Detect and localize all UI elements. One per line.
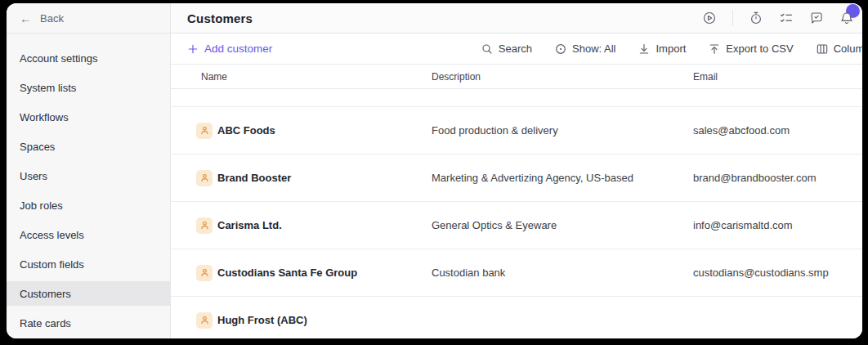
sidebar-item-custom-fields[interactable]: Custom fields [7,252,170,276]
arrow-left-icon: ← [20,12,32,25]
name-cell: ABC Foods [196,123,432,139]
table-row[interactable]: Custodians Santa Fe Group Custodian bank… [171,249,862,297]
customers-table: Name Description Email ABC Foods Food pr [171,65,862,338]
page-title: Customers [187,11,253,25]
show-filter-button[interactable]: Show: All [554,43,615,56]
add-customer-button[interactable]: Add customer [187,43,272,55]
play-circle-icon[interactable] [702,11,717,25]
settings-sidebar: ← Back Account settings System lists Wor… [7,3,171,338]
customer-avatar-icon [196,217,213,234]
sidebar-item-job-roles[interactable]: Job roles [7,193,170,217]
header-icons [702,10,851,26]
toolbar-actions: Search Show: All Import [481,43,862,56]
customer-name: Brand Booster [217,172,291,184]
message-check-icon[interactable] [809,11,824,25]
table-row[interactable]: ABC Foods Food production & delivery sal… [171,107,862,155]
column-header-description: Description [432,71,693,83]
back-label: Back [40,12,64,25]
customer-name: Custodians Santa Fe Group [217,267,357,279]
sidebar-item-access-levels[interactable]: Access levels [7,222,170,247]
settings-nav: Account settings System lists Workflows … [7,34,170,338]
customer-email: custodians@custodians.smp [693,267,862,279]
main-panel: Customers [171,3,862,338]
customer-email: brand@brandbooster.com [693,172,862,184]
table-row[interactable]: Brand Booster Marketing & Advertizing Ag… [171,155,862,202]
bell-icon[interactable] [839,11,854,25]
customer-description: Custodian bank [432,267,693,279]
customer-avatar-icon [196,123,213,139]
table-row[interactable]: Carisma Ltd. General Optics & Eyeware in… [171,202,862,249]
name-cell: Brand Booster [196,170,432,186]
sidebar-item-spaces[interactable]: Spaces [7,134,170,159]
sidebar-item-rate-cards[interactable]: Rate cards [7,311,170,335]
sidebar-item-workflows[interactable]: Workflows [7,105,170,129]
name-cell: Custodians Santa Fe Group [196,265,432,281]
export-csv-button[interactable]: Export to CSV [708,43,793,56]
column-header-name: Name [201,71,432,83]
search-icon [481,43,494,56]
columns-icon [816,43,829,56]
table-row-partial [171,89,862,107]
sidebar-item-customers[interactable]: Customers [7,281,170,306]
table-toolbar: Add customer Search Show: All [171,34,862,65]
customer-description: General Optics & Eyeware [432,219,693,231]
add-customer-label: Add customer [204,43,272,55]
customer-description: Marketing & Advertizing Agency, US-based [432,172,693,184]
sidebar-item-users[interactable]: Users [7,164,170,188]
app-window: ← Back Account settings System lists Wor… [7,3,862,338]
sidebar-item-system-lists[interactable]: System lists [7,75,170,100]
columns-button[interactable]: Columns [816,43,862,56]
customer-email: sales@abcfood.com [693,124,862,137]
customer-description: Food production & delivery [432,124,693,137]
sidebar-item-account-settings[interactable]: Account settings [7,46,170,70]
customer-email: info@carismaltd.com [693,219,862,231]
customer-name: ABC Foods [217,124,275,137]
import-button[interactable]: Import [638,43,686,56]
customer-name: Carisma Ltd. [217,219,282,231]
visibility-icon [554,43,567,56]
search-button[interactable]: Search [481,43,532,56]
customer-avatar-icon [196,265,213,281]
checklist-icon[interactable] [779,11,794,25]
header-divider [732,10,733,26]
plus-icon [187,43,199,55]
customer-avatar-icon [196,312,213,329]
import-icon [638,43,651,56]
name-cell: Carisma Ltd. [196,217,432,234]
back-button[interactable]: ← Back [7,3,170,34]
page-header: Customers [171,3,862,34]
customer-avatar-icon [196,170,213,186]
timer-icon[interactable] [749,11,763,25]
column-header-email: Email [693,71,862,83]
table-header-row: Name Description Email [171,65,862,89]
name-cell: Hugh Frost (ABC) [196,312,432,329]
table-row[interactable]: Hugh Frost (ABC) [171,297,862,338]
export-icon [708,43,721,56]
customer-name: Hugh Frost (ABC) [217,314,307,326]
